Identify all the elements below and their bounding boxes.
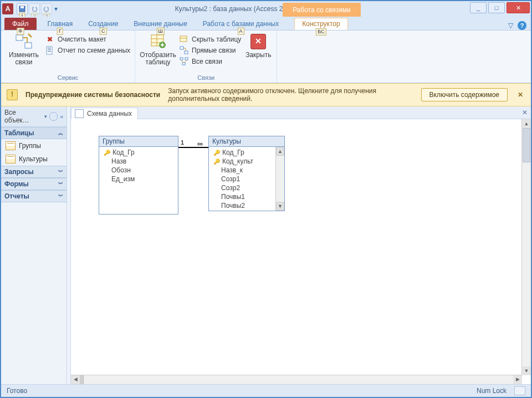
field-row[interactable]: Назв_к [209, 166, 275, 175]
quick-access-toolbar: 1 2 3 ▾ [17, 3, 59, 14]
app-icon[interactable]: A [2, 3, 13, 14]
entity-scrollbar[interactable]: ▲ ▼ [275, 147, 284, 211]
field-row[interactable]: 🔑Код_Гр [209, 148, 275, 157]
scroll-split-handle[interactable] [80, 375, 84, 384]
canvas-horizontal-scrollbar[interactable]: ◀ ▶ [71, 375, 522, 384]
qat-redo-button[interactable]: 3 [41, 3, 52, 14]
status-bar: Готово Num Lock [1, 384, 531, 397]
field-row[interactable]: Назв [99, 157, 178, 166]
minimize-button[interactable]: _ [470, 2, 487, 13]
qat-save-button[interactable]: 1 [17, 3, 28, 14]
svg-rect-13 [180, 36, 187, 42]
hide-table-button[interactable]: Скрыть таблицу [180, 35, 241, 44]
direct-relations-icon [180, 46, 188, 55]
document-tab-close-button[interactable]: ✕ [519, 109, 531, 116]
all-relations-button[interactable]: Все связи [180, 57, 241, 66]
scroll-track[interactable] [84, 375, 513, 384]
security-title: Предупреждение системы безопасности [25, 91, 160, 99]
direct-relations-button[interactable]: Прямые связи [180, 46, 241, 55]
tab-database-tools[interactable]: Работа с базами данных А [195, 18, 287, 30]
canvas-vertical-scrollbar[interactable]: ▲ ▼ [521, 119, 531, 375]
tab-file[interactable]: Файл Ф [4, 18, 37, 30]
ribbon-collapse-button[interactable]: ▽ [508, 22, 513, 29]
field-row[interactable]: 🔑Код_Гр [99, 148, 178, 157]
security-message[interactable]: Запуск активного содержимого отключен. Щ… [168, 87, 413, 103]
keytip: БС [316, 28, 326, 35]
qat-customize-dropdown[interactable]: ▾ [53, 5, 59, 13]
ribbon-group-label: Сервис [1, 73, 135, 83]
chevron-down-icon: ︾ [58, 181, 63, 188]
help-button[interactable]: ? [518, 21, 526, 30]
scroll-down-button[interactable]: ▼ [522, 366, 531, 375]
entity-fields: 🔑Код_Гр 🔑Код_культ Назв_к Созр1 Созр2 По… [209, 147, 284, 211]
button-label: Скрыть таблицу [192, 35, 241, 43]
show-table-button[interactable]: Отобразить таблицу [140, 33, 176, 66]
security-close-button[interactable]: ✕ [515, 91, 525, 99]
scroll-up-button[interactable]: ▲ [522, 119, 531, 128]
entity-groups[interactable]: Группы 🔑Код_Гр Назв Обозн Ед_изм [99, 136, 178, 215]
entity-cultures[interactable]: Культуры 🔑Код_Гр 🔑Код_культ Назв_к Созр1… [208, 136, 285, 211]
field-row[interactable]: Почвы1 [209, 192, 275, 201]
entity-title[interactable]: Группы [99, 136, 178, 147]
navpane-collapse-button[interactable]: « [60, 114, 63, 120]
close-icon: ✕ [249, 33, 267, 50]
entity-title[interactable]: Культуры [209, 136, 284, 147]
ribbon-group-service: Изменить связи ✖ Очистить макет Отчет по… [1, 30, 135, 83]
nav-item-table[interactable]: Культуры [1, 152, 66, 166]
view-mode-button[interactable] [514, 386, 525, 395]
scroll-track[interactable] [276, 156, 284, 202]
group-label: Отчеты [4, 192, 29, 200]
keytip: С [100, 28, 107, 35]
all-relations-icon [180, 57, 188, 66]
document-tab-title: Схема данных [87, 110, 132, 118]
scroll-down-button[interactable]: ▼ [276, 202, 284, 211]
field-name: Код_Гр [222, 149, 244, 156]
key-icon: 🔑 [104, 150, 110, 156]
scroll-up-button[interactable]: ▲ [276, 147, 284, 156]
key-icon: 🔑 [213, 159, 220, 165]
scroll-track[interactable] [522, 162, 531, 366]
field-row[interactable]: Ед_изм [99, 175, 178, 183]
scroll-right-button[interactable]: ▶ [513, 375, 522, 384]
relationships-canvas[interactable]: 1 ∞ Группы 🔑Код_Гр Назв Обозн Ед_изм Кул… [71, 119, 531, 384]
field-name: Код_Гр [112, 149, 135, 156]
group-label: Таблицы [4, 129, 34, 137]
clear-layout-button[interactable]: ✖ Очистить макет [45, 35, 130, 44]
edit-relationships-button[interactable]: Изменить связи [6, 33, 42, 66]
keytip: Г [57, 28, 63, 35]
document-tab[interactable]: Схема данных [71, 108, 138, 119]
search-icon[interactable] [49, 112, 58, 121]
nav-item-table[interactable]: Группы [1, 139, 66, 152]
qat-undo-button[interactable]: 2 [29, 3, 40, 14]
tab-home[interactable]: Главная Г [40, 18, 81, 30]
button-label: Закрыть [245, 52, 271, 59]
chevron-up-icon: ︽ [58, 130, 63, 137]
tab-label: Конструктор [302, 20, 340, 28]
relationship-report-button[interactable]: Отчет по схеме данных [45, 46, 130, 55]
field-row[interactable]: Созр1 [209, 175, 275, 183]
field-row[interactable]: Почвы2 [209, 201, 275, 210]
field-row[interactable]: Обозн [99, 166, 178, 175]
splitter[interactable] [67, 106, 71, 384]
cardinality-one: 1 [181, 139, 184, 146]
field-row[interactable]: 🔑Код_культ [209, 157, 275, 166]
chevron-down-icon: ︾ [58, 169, 63, 176]
tab-external-data[interactable]: Внешние данные Ш [126, 18, 195, 30]
tab-create[interactable]: Создание С [80, 18, 126, 30]
keytip: Ш [156, 28, 164, 35]
maximize-button[interactable]: □ [488, 2, 505, 13]
close-window-button[interactable]: ✕ [507, 2, 530, 13]
navgroup-tables[interactable]: Таблицы ︽ [1, 127, 66, 139]
navgroup-forms[interactable]: Формы ︾ [1, 178, 66, 190]
scroll-thumb[interactable] [523, 128, 530, 162]
navgroup-reports[interactable]: Отчеты ︾ [1, 190, 66, 202]
enable-content-button[interactable]: Включить содержимое [421, 88, 508, 101]
relation-line[interactable] [177, 147, 208, 148]
tab-designer[interactable]: Конструктор БС [294, 18, 347, 30]
navpane-header[interactable]: Все объек… ▾ « [1, 106, 66, 127]
field-row[interactable]: Созр2 [209, 183, 275, 192]
scroll-left-button[interactable]: ◀ [71, 375, 80, 384]
close-designer-button[interactable]: ✕ Закрыть [244, 33, 272, 59]
navgroup-queries[interactable]: Запросы ︾ [1, 166, 66, 178]
svg-rect-16 [185, 51, 188, 54]
